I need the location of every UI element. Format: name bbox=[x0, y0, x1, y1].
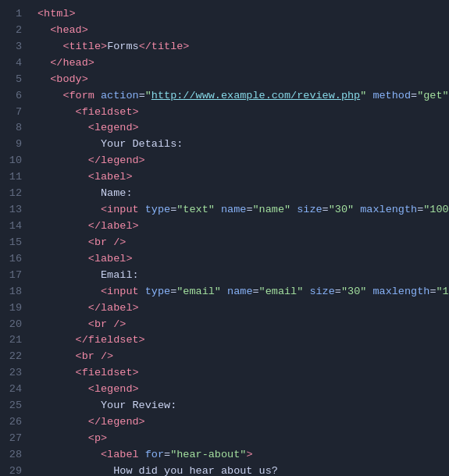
token-tag: <html> bbox=[37, 6, 76, 23]
code-line: </legend> bbox=[31, 414, 449, 431]
token-punctuation: = bbox=[411, 88, 417, 105]
token-indent bbox=[37, 447, 101, 464]
token-tag: <p> bbox=[88, 431, 107, 447]
code-line: <body> bbox=[31, 72, 449, 88]
token-attr-name: size bbox=[309, 284, 334, 300]
token-indent bbox=[37, 464, 113, 476]
code-line: <legend> bbox=[31, 120, 449, 137]
token-tag: <head> bbox=[50, 23, 88, 39]
line-number: 22 bbox=[0, 349, 28, 365]
token-indent bbox=[37, 55, 50, 72]
code-line: </fieldset> bbox=[31, 332, 449, 349]
token-indent bbox=[37, 137, 101, 153]
token-punctuation: = bbox=[164, 447, 170, 464]
token-indent bbox=[37, 72, 50, 88]
token-text bbox=[290, 202, 297, 218]
code-line: <form action="http://www.example.com/rev… bbox=[31, 88, 449, 105]
token-tag: </title> bbox=[139, 39, 190, 55]
token-text: How did you hear about us? bbox=[113, 464, 278, 476]
token-tag: <br /> bbox=[76, 349, 114, 365]
token-indent bbox=[37, 317, 88, 333]
token-indent bbox=[37, 382, 88, 398]
token-url: http://www.example.com/review.php bbox=[151, 88, 360, 105]
token-punctuation: = bbox=[139, 88, 145, 105]
line-number: 29 bbox=[0, 464, 28, 476]
line-number: 19 bbox=[0, 300, 28, 317]
token-attr-name: action bbox=[101, 88, 139, 105]
line-number: 7 bbox=[0, 105, 28, 121]
line-number: 8 bbox=[0, 120, 28, 137]
code-line: Name: bbox=[31, 186, 449, 202]
token-tag: <br /> bbox=[88, 235, 127, 251]
line-number: 5 bbox=[0, 72, 28, 88]
token-tag: <br /> bbox=[88, 317, 127, 333]
code-line: <label> bbox=[31, 169, 449, 186]
code-line: <p> bbox=[31, 431, 449, 447]
line-number: 9 bbox=[0, 137, 28, 153]
token-text: Name: bbox=[101, 186, 133, 202]
token-tag: </fieldset> bbox=[76, 332, 145, 349]
token-attr-value: "email" bbox=[259, 284, 304, 300]
token-tag: <label> bbox=[88, 169, 133, 186]
token-attr-name: method bbox=[372, 88, 411, 105]
token-attr-name: type bbox=[145, 202, 170, 218]
code-content: <html> <head> <title>Forms</title> </hea… bbox=[28, 0, 449, 476]
line-number: 21 bbox=[0, 332, 28, 349]
token-text bbox=[215, 202, 221, 218]
code-line: <br /> bbox=[31, 317, 449, 333]
token-indent bbox=[37, 235, 88, 251]
token-tag: <title> bbox=[62, 39, 107, 55]
line-number: 3 bbox=[0, 39, 28, 55]
line-number: 16 bbox=[0, 251, 28, 268]
token-punctuation: = bbox=[417, 202, 423, 218]
token-text bbox=[303, 284, 309, 300]
token-attr-name: type bbox=[145, 284, 170, 300]
token-text bbox=[221, 284, 227, 300]
code-line: <br /> bbox=[31, 349, 449, 365]
token-indent bbox=[37, 153, 88, 169]
token-attr-value: "hear-about" bbox=[170, 447, 246, 464]
token-attr-value: "text" bbox=[176, 202, 215, 218]
token-text bbox=[354, 202, 360, 218]
token-tag: </label> bbox=[88, 300, 139, 317]
token-indent bbox=[37, 39, 62, 55]
token-attr-value-quote: " bbox=[145, 88, 151, 105]
token-attr-value: "get" bbox=[417, 88, 449, 105]
token-punctuation: = bbox=[170, 284, 176, 300]
code-line: <fieldset> bbox=[31, 105, 449, 121]
token-attr-name: maxlength bbox=[360, 202, 417, 218]
line-number: 11 bbox=[0, 169, 28, 186]
line-number: 1 bbox=[0, 6, 28, 23]
code-line: <input type="email" name="email" size="3… bbox=[31, 284, 449, 300]
token-attr-value: "30" bbox=[341, 284, 366, 300]
code-editor: 1234567891011121314151617181920212223242… bbox=[0, 0, 449, 476]
token-text: Your Details: bbox=[101, 137, 183, 153]
token-tag: > bbox=[246, 447, 252, 464]
code-line: <input type="text" name="name" size="30"… bbox=[31, 202, 449, 218]
line-number: 28 bbox=[0, 447, 28, 464]
code-line: <title>Forms</title> bbox=[31, 39, 449, 55]
token-indent bbox=[37, 218, 88, 235]
line-number: 15 bbox=[0, 235, 28, 251]
line-number: 4 bbox=[0, 55, 28, 72]
code-line: Email: bbox=[31, 268, 449, 284]
token-attr-value: "name" bbox=[252, 202, 290, 218]
token-punctuation: = bbox=[322, 202, 329, 218]
token-indent bbox=[37, 414, 88, 431]
line-number: 14 bbox=[0, 218, 28, 235]
line-number: 23 bbox=[0, 365, 28, 382]
line-number: 27 bbox=[0, 431, 28, 447]
token-indent bbox=[37, 120, 88, 137]
token-attr-value: "100" bbox=[436, 284, 449, 300]
token-punctuation: = bbox=[252, 284, 258, 300]
token-indent bbox=[37, 284, 101, 300]
token-text bbox=[366, 284, 372, 300]
token-attr-name: size bbox=[297, 202, 322, 218]
token-punctuation: = bbox=[246, 202, 252, 218]
token-tag: </head> bbox=[50, 55, 94, 72]
token-indent bbox=[37, 88, 62, 105]
line-number: 17 bbox=[0, 268, 28, 284]
code-line: </label> bbox=[31, 218, 449, 235]
token-attr-name: name bbox=[221, 202, 246, 218]
token-punctuation: = bbox=[170, 202, 176, 218]
